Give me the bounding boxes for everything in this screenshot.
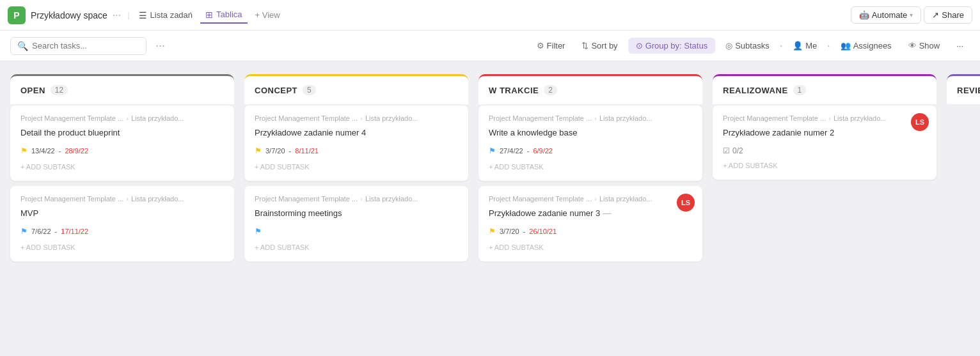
sort-label: Sort by <box>591 41 617 50</box>
nav-item-lista-label: Lista zadań <box>150 10 193 20</box>
card-w-trakcie-1[interactable]: LS Project Management Template ... › Lis… <box>478 186 702 261</box>
subtask-count-value: 0/2 <box>732 146 743 155</box>
card-realizowane-0[interactable]: LS Project Management Template ... › Lis… <box>713 105 937 180</box>
column-title-review: REVIEW <box>957 86 980 95</box>
breadcrumb-end: Lista przykłado... <box>365 114 418 122</box>
column-count-open: 12 <box>51 85 68 95</box>
group-icon: ⊙ <box>636 41 643 50</box>
add-subtask-button[interactable]: + ADD SUBTASK <box>255 162 458 172</box>
date-start: 3/7/20 <box>500 228 519 235</box>
me-button[interactable]: 👤 Me <box>786 38 823 54</box>
toolbar-more-button[interactable]: ··· <box>950 38 970 54</box>
date-start: 27/4/22 <box>500 147 523 155</box>
list-icon: ☰ <box>139 10 147 20</box>
space-name: Przykładowy space <box>31 10 107 20</box>
search-box[interactable]: 🔍 <box>10 37 146 55</box>
add-subtask-button[interactable]: + ADD SUBTASK <box>723 160 926 171</box>
group-by-button[interactable]: ⊙ Group by: Status <box>628 38 716 54</box>
date-end: 17/11/22 <box>61 228 88 235</box>
column-title-concept: CONCEPT <box>255 86 297 95</box>
column-header-realizowane: REALIZOWANE 1 <box>713 74 937 104</box>
chevron-down-icon: ▾ <box>910 12 913 19</box>
me-label: Me <box>805 41 817 50</box>
filter-button[interactable]: ⚙ Filter <box>530 38 572 54</box>
toolbar-right: ⚙ Filter ⇅ Sort by ⊙ Group by: Status ◎ … <box>530 38 970 54</box>
card-title: Przykładowe zadanie numer 4 <box>255 127 458 139</box>
eye-icon: 👁 <box>908 41 917 50</box>
search-more-button[interactable]: ··· <box>152 36 169 55</box>
card-open-1[interactable]: Project Management Template ... › Lista … <box>10 186 234 261</box>
nav-item-lista[interactable]: ☰ Lista zadań <box>134 8 198 23</box>
breadcrumb-start: Project Management Template ... <box>723 114 826 122</box>
nav-divider: | <box>127 10 129 20</box>
add-subtask-button[interactable]: + ADD SUBTASK <box>255 242 458 252</box>
breadcrumb-arrow: › <box>360 195 363 203</box>
board: OPEN 12 Project Management Template ... … <box>0 61 980 356</box>
toolbar: 🔍 ··· ⚙ Filter ⇅ Sort by ⊙ Group by: Sta… <box>0 31 980 61</box>
breadcrumb-end: Lista przykłado... <box>599 195 652 203</box>
date-start: 7/6/22 <box>31 228 51 235</box>
card-avatar: LS <box>677 194 695 212</box>
share-button[interactable]: ↗ Share <box>924 6 972 24</box>
date-start: 3/7/20 <box>265 147 285 155</box>
date-separator: - <box>289 147 292 155</box>
sort-button[interactable]: ⇅ Sort by <box>575 38 624 54</box>
top-bar-actions: 🤖 Automate ▾ ↗ Share <box>851 6 972 24</box>
card-dates: ⚑ 7/6/22 - 17/11/22 <box>20 227 224 236</box>
subtasks-button[interactable]: ◎ Subtasks <box>719 38 775 54</box>
column-title-w-trakcie: W TRAKCIE <box>489 86 539 95</box>
column-review: REVIEW 0 <box>947 74 980 105</box>
date-separator: - <box>55 228 58 235</box>
breadcrumb-end: Lista przykłado... <box>131 114 184 122</box>
group-label: Group by: Status <box>645 41 708 50</box>
card-concept-0[interactable]: Project Management Template ... › Lista … <box>244 105 468 181</box>
card-title: Brainstorming meetings <box>255 208 458 219</box>
card-avatar: LS <box>911 113 929 131</box>
card-title: Przykładowe zadanie numer 2 <box>723 127 926 139</box>
card-open-0[interactable]: Project Management Template ... › Lista … <box>10 105 234 181</box>
top-bar: P Przykładowy space ··· | ☰ Lista zadań … <box>0 0 980 31</box>
automate-button[interactable]: 🤖 Automate ▾ <box>851 6 922 24</box>
column-w-trakcie: W TRAKCIE 2 Project Management Template … <box>478 74 702 267</box>
card-title: Przykładowe zadanie numer 3— <box>489 208 692 219</box>
card-dates: ⚑ 3/7/20 - 26/10/21 <box>489 227 692 236</box>
space-dots-button[interactable]: ··· <box>113 10 121 21</box>
show-label: Show <box>919 41 940 50</box>
card-concept-1[interactable]: Project Management Template ... › Lista … <box>244 186 468 261</box>
breadcrumb-arrow: › <box>828 114 831 122</box>
show-button[interactable]: 👁 Show <box>902 38 947 54</box>
card-title: Detail the product blueprint <box>20 127 224 139</box>
card-w-trakcie-0[interactable]: Project Management Template ... › Lista … <box>478 105 702 181</box>
date-end: 8/11/21 <box>295 147 319 155</box>
column-header-open: OPEN 12 <box>10 74 234 104</box>
column-header-review: REVIEW 0 <box>947 74 980 104</box>
add-view-button[interactable]: + View <box>250 8 285 22</box>
sort-icon: ⇅ <box>581 41 589 50</box>
card-breadcrumb: Project Management Template ... › Lista … <box>723 114 926 122</box>
me-icon: 👤 <box>793 41 803 50</box>
breadcrumb-start: Project Management Template ... <box>255 114 358 122</box>
add-subtask-button[interactable]: + ADD SUBTASK <box>489 242 692 252</box>
card-dash: — <box>603 208 611 218</box>
add-subtask-button[interactable]: + ADD SUBTASK <box>20 162 224 172</box>
flag-icon: ⚑ <box>489 146 496 155</box>
card-breadcrumb: Project Management Template ... › Lista … <box>20 195 224 203</box>
nav-item-tablica[interactable]: ⊞ Tablica <box>200 7 247 24</box>
assignees-button[interactable]: 👥 Assignees <box>834 38 898 54</box>
add-subtask-button[interactable]: + ADD SUBTASK <box>20 242 224 252</box>
column-realizowane: REALIZOWANE 1 LS Project Management Temp… <box>713 74 937 185</box>
date-separator: - <box>527 147 530 155</box>
date-end: 6/9/22 <box>533 147 553 155</box>
card-title: Write a knowledge base <box>489 127 692 139</box>
date-end: 28/9/22 <box>65 147 88 155</box>
breadcrumb-start: Project Management Template ... <box>20 195 123 203</box>
search-input[interactable] <box>32 41 139 50</box>
add-subtask-button[interactable]: + ADD SUBTASK <box>489 162 692 172</box>
automate-label: Automate <box>872 10 908 20</box>
breadcrumb-end: Lista przykłado... <box>365 195 418 203</box>
flag-icon: ⚑ <box>20 227 28 236</box>
breadcrumb-start: Project Management Template ... <box>489 114 592 122</box>
card-title: MVP <box>20 208 224 219</box>
card-dates: ⚑ 13/4/22 - 28/9/22 <box>20 146 224 155</box>
card-dates: ⚑ 27/4/22 - 6/9/22 <box>489 146 692 155</box>
